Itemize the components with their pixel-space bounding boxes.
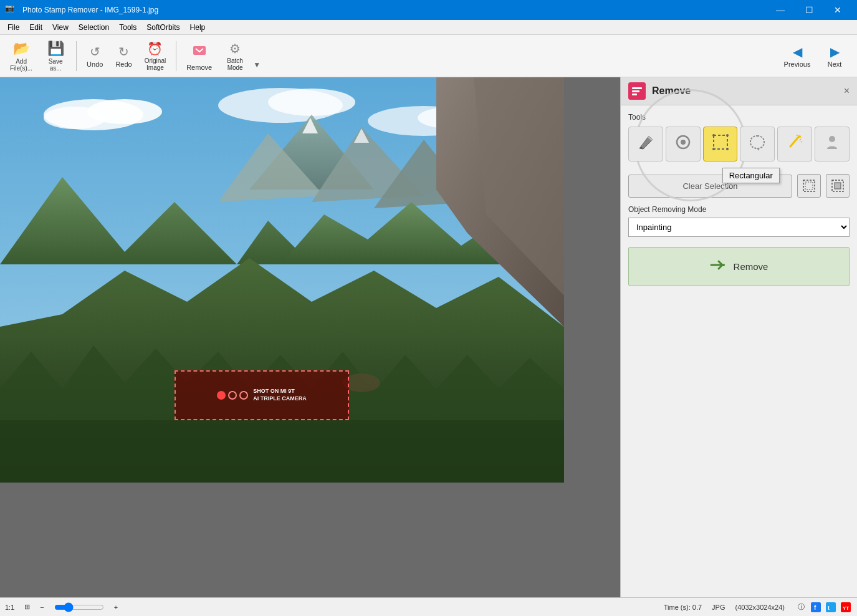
rectangular-tool-button[interactable]: Rectangular [703,127,738,161]
tools-label: Tools [628,113,850,122]
svg-rect-25 [632,90,639,92]
close-button[interactable]: ✕ [823,0,852,20]
clone-icon [823,133,841,155]
remove-label: Remove [186,64,212,71]
menu-file[interactable]: File [2,22,24,33]
main-content: SHOT ON MI 9T AI TRIPLE CAMERA [0,77,857,597]
toolbox-title-row: Remove [628,82,691,100]
previous-icon: ◀ [793,44,802,59]
magic-wand-icon [785,133,804,155]
outline-dot-1 [228,391,237,400]
magic-wand-tool-button[interactable] [777,127,812,161]
status-bar: 1:1 ⊞ − + Time (s): 0.7 JPG (4032x3024x2… [0,597,857,616]
app-icon: 📷 [5,4,17,16]
menu-softorbits[interactable]: SoftOrbits [141,22,184,33]
status-icons: ⓘ f t YT [795,601,852,614]
add-files-label: AddFile(s)... [10,58,32,72]
share-facebook-button[interactable]: f [810,601,822,614]
original-image-icon: ⏰ [147,41,163,56]
canvas-image[interactable]: SHOT ON MI 9T AI TRIPLE CAMERA [0,77,564,483]
stamp-tool-button[interactable] [666,127,701,161]
svg-rect-38 [805,182,813,190]
watermark-content: SHOT ON MI 9T AI TRIPLE CAMERA [217,388,307,402]
save-as-label: Saveas... [49,58,63,72]
svg-point-30 [712,134,715,137]
zoom-out-icon: − [40,604,44,611]
svg-point-33 [726,148,729,150]
dimensions-label: (4032x3024x24) [735,604,785,611]
share-youtube-button[interactable]: YT [840,601,852,614]
menu-bar: File Edit View Selection Tools SoftOrbit… [0,20,857,35]
canvas-area[interactable]: SHOT ON MI 9T AI TRIPLE CAMERA [0,77,620,597]
menu-view[interactable]: View [47,22,74,33]
toolbox-header: Remove × [621,77,857,105]
original-image-button[interactable]: ⏰ OriginalImage [140,39,171,74]
separator-1 [76,41,77,71]
toolbox-title: Remove [652,85,691,97]
svg-rect-26 [632,94,637,95]
add-files-button[interactable]: 📂 AddFile(s)... [5,39,37,74]
svg-rect-0 [193,46,206,55]
svg-text:t: t [828,605,830,611]
toolbox-panel-icon [628,82,646,100]
menu-edit[interactable]: Edit [24,22,47,33]
invert-selection-button[interactable] [826,174,850,198]
mode-label: Object Removing Mode [628,205,850,214]
add-files-icon: 📂 [13,41,30,57]
time-label: Time (s): 0.7 [664,604,702,611]
window-title: Photo Stamp Remover - IMG_1599-1.jpg [22,6,766,14]
next-label: Next [828,60,842,68]
format-label: JPG [712,604,725,611]
stamp-icon [674,133,692,155]
undo-icon: ↺ [90,44,100,59]
svg-point-36 [829,136,835,142]
lasso-tool-button[interactable] [740,127,775,161]
menu-help[interactable]: Help [185,22,211,33]
tools-grid: Rectangular [628,127,850,161]
remove-section: Remove [621,242,857,291]
svg-text:YT: YT [843,605,849,611]
remove-action-icon [710,256,727,277]
svg-point-4 [44,107,106,129]
redo-label: Redo [115,60,132,68]
clone-tool-button[interactable] [815,127,850,161]
batch-mode-dropdown-icon[interactable]: ▼ [253,60,261,69]
toolbox-close-button[interactable]: × [844,85,850,97]
share-twitter-button[interactable]: t [825,601,837,614]
mode-select[interactable]: Inpainting Smart Fill Clone [628,218,850,237]
batch-mode-button[interactable]: ⚙ BatchMode [219,39,251,74]
previous-button[interactable]: ◀ Previous [780,37,815,75]
svg-rect-29 [714,135,727,149]
select-all-button[interactable] [797,174,821,198]
zoom-ratio: 1:1 [5,604,14,611]
batch-mode-icon: ⚙ [229,41,241,56]
save-as-button[interactable]: 💾 Saveas... [40,39,71,74]
info-icon-button[interactable]: ⓘ [795,601,807,614]
zoom-slider[interactable] [54,602,104,612]
title-bar-controls: — ☐ ✕ [766,0,852,20]
undo-button[interactable]: ↺ Undo [82,39,108,74]
next-button[interactable]: ▶ Next [817,37,852,75]
original-image-label: OriginalImage [145,57,166,71]
watermark-dots [217,391,248,400]
redo-button[interactable]: ↻ Redo [110,39,136,74]
menu-tools[interactable]: Tools [114,22,141,33]
minimize-button[interactable]: — [766,0,795,20]
rectangular-tooltip: Rectangular [722,168,780,183]
separator-2 [176,41,176,71]
previous-label: Previous [784,60,811,68]
save-as-icon: 💾 [47,41,64,57]
maximize-button[interactable]: ☐ [795,0,823,20]
outline-dot-2 [239,391,248,400]
redo-icon: ↻ [118,44,129,59]
menu-selection[interactable]: Selection [74,22,114,33]
remove-button[interactable]: Remove [181,39,217,74]
svg-point-31 [726,134,729,137]
remove-action-button[interactable]: Remove [628,247,850,286]
lasso-icon [748,133,767,155]
svg-point-6 [268,89,355,116]
svg-rect-40 [835,183,841,189]
watermark-text: SHOT ON MI 9T AI TRIPLE CAMERA [253,388,307,402]
svg-point-32 [712,148,715,150]
pencil-tool-button[interactable] [628,127,663,161]
